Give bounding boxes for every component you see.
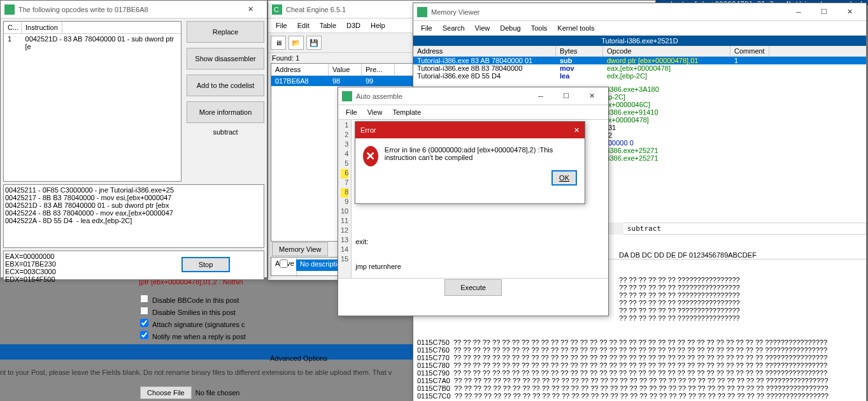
disable-smilies-checkbox[interactable]: [140, 307, 148, 315]
memview-menubar: File Search View Debug Tools Kernel tool…: [413, 21, 866, 36]
close-icon[interactable]: ✕: [574, 126, 580, 135]
disasm-row[interactable]: Tutorial-i386.exe 83 AB 78040000 01 sub …: [413, 57, 866, 64]
memory-view-button[interactable]: Memory View: [272, 242, 328, 256]
ce-icon: C: [272, 4, 282, 15]
opcode-list[interactable]: C... Instruction 1 0042521D - 83 AB 7804…: [3, 21, 181, 182]
attach-sig-label: Attach signature (signatures c: [152, 321, 245, 328]
background-post-options: Disable BBCode in this post Disable Smil…: [140, 292, 246, 343]
minimize-icon[interactable]: ─: [786, 4, 811, 20]
close-icon[interactable]: ✕: [837, 4, 862, 20]
cell-op: lea: [556, 72, 603, 80]
col-value[interactable]: Value: [329, 64, 362, 75]
menu-file[interactable]: File: [341, 106, 362, 118]
close-icon[interactable]: ✕: [238, 2, 263, 17]
disasm-fragments: i386.exe+3A180 p-2C] x+0000046C] i386.ex…: [608, 85, 659, 162]
cell-addr: Tutorial-i386.exe 8B 83 78040000: [413, 64, 556, 72]
col-bytes[interactable]: Bytes: [556, 46, 603, 56]
frag: i386.exe+3A180: [608, 85, 659, 93]
col-prev[interactable]: Pre...: [362, 64, 395, 75]
cell-arg: dword ptr [ebx+00000478],01: [603, 57, 730, 64]
svg-rect-3: [4, 4, 15, 15]
close-icon[interactable]: ✕: [579, 89, 604, 104]
disable-bbcode-checkbox[interactable]: [140, 295, 148, 303]
menu-search[interactable]: Search: [438, 22, 470, 34]
autoa-menubar: File View Template: [338, 105, 608, 120]
error-message: Error in line 6 (00000000:add [ebx+00000…: [385, 146, 577, 166]
component-label[interactable]: subtract: [623, 222, 865, 235]
cell-value: 98: [329, 76, 362, 86]
cell-arg: edx,[ebp-2C]: [603, 72, 730, 80]
svg-rect-4: [342, 91, 352, 101]
error-title: Error: [360, 126, 574, 134]
col-comment[interactable]: Comment: [730, 46, 769, 56]
error-icon: ✕: [363, 146, 378, 166]
menu-view[interactable]: View: [470, 22, 495, 34]
disassembly-pane[interactable]: 00425211 - 0F85 C3000000 - jne Tutorial-…: [3, 184, 264, 248]
maximize-icon[interactable]: ☐: [811, 4, 837, 20]
menu-file[interactable]: File: [271, 20, 292, 31]
frag: i386.exe+25271: [608, 154, 659, 162]
open-process-icon[interactable]: 🖥: [271, 36, 286, 50]
opcodes-window: The following opcodes write to 017BE6A8 …: [0, 0, 267, 278]
list-row[interactable]: 1 0042521D - 83 AB 78040000 01 - sub dwo…: [4, 34, 181, 52]
more-info-button[interactable]: More information: [187, 101, 264, 123]
menu-view[interactable]: View: [362, 106, 388, 118]
disable-bbcode-label: Disable BBCode in this post: [152, 296, 239, 304]
open-file-icon[interactable]: 📂: [288, 36, 304, 50]
cell-address: 017BE6A8: [271, 76, 329, 86]
disasm-header: Address Bytes Opcode Comment: [413, 46, 866, 57]
notify-checkbox[interactable]: [140, 331, 148, 339]
minimize-icon[interactable]: ─: [528, 89, 553, 104]
notify-label: Notify me when a reply is post: [152, 333, 246, 340]
error-dialog: Error ✕ ✕ Error in line 6 (00000000:add …: [355, 121, 585, 204]
menu-debug[interactable]: Debug: [495, 22, 525, 34]
execute-button[interactable]: Execute: [445, 279, 502, 296]
disasm-row[interactable]: Tutorial-i386.exe 8B 83 78040000 mov eax…: [413, 64, 866, 72]
save-icon[interactable]: 💾: [306, 36, 322, 50]
opcodes-title: The following opcodes write to 017BE6A8: [18, 6, 238, 13]
ok-button[interactable]: OK: [551, 170, 577, 186]
frag: i386.exe+91410: [608, 108, 659, 116]
col-instruction[interactable]: Instruction: [22, 22, 62, 33]
background-bluebar: [0, 344, 413, 360]
menu-edit[interactable]: Edit: [292, 20, 315, 31]
frag: p-2C]: [608, 93, 659, 101]
frag: 00000 0: [608, 139, 659, 147]
frag: 31: [608, 124, 659, 131]
cell-comment: 1: [730, 57, 866, 64]
cell-op: mov: [556, 64, 603, 72]
active-checkbox[interactable]: [280, 259, 288, 268]
show-disassembler-button[interactable]: Show disassembler: [187, 48, 264, 69]
disasm-row[interactable]: Tutorial-i386.exe 8D 55 D4 lea edx,[ebp-…: [413, 72, 866, 80]
menu-help[interactable]: Help: [366, 20, 390, 31]
col-address[interactable]: Address: [271, 64, 329, 75]
add-codelist-button[interactable]: Add to the codelist: [187, 75, 264, 96]
disable-smilies-label: Disable Smilies in this post: [152, 309, 236, 316]
replace-button[interactable]: Replace: [187, 21, 264, 43]
attach-sig-checkbox[interactable]: [140, 319, 148, 327]
cell-count: 1: [4, 34, 22, 52]
menu-template[interactable]: Template: [387, 106, 426, 118]
menu-file[interactable]: File: [416, 22, 438, 34]
advanced-options-label: Advanced Options: [270, 354, 327, 362]
ce-icon: [4, 4, 15, 15]
frag: i386.exe+25271: [608, 147, 659, 154]
cell-instruction: 0042521D - 83 AB 78040000 01 - sub dword…: [22, 34, 181, 52]
no-file-label: No file chosen: [196, 389, 240, 397]
opcode-label: subtract: [187, 128, 264, 136]
line-gutter: 123 45 6 789 101112 131415: [338, 120, 352, 278]
choose-file-button[interactable]: Choose File: [140, 386, 192, 399]
cell-arg: eax,[ebx+00000478]: [603, 64, 730, 72]
ce-icon: [417, 7, 427, 17]
cell-addr: Tutorial-i386.exe 8D 55 D4: [413, 72, 556, 80]
col-count[interactable]: C...: [4, 22, 22, 33]
frag: 2: [608, 131, 659, 139]
col-address[interactable]: Address: [413, 46, 556, 56]
menu-table[interactable]: Table: [315, 20, 341, 31]
menu-tools[interactable]: Tools: [526, 22, 553, 34]
menu-kernel[interactable]: Kernel tools: [552, 22, 599, 34]
col-opcode[interactable]: Opcode: [603, 46, 730, 56]
maximize-icon[interactable]: ☐: [553, 89, 579, 104]
menu-d3d[interactable]: D3D: [341, 20, 366, 31]
stop-button[interactable]: Stop: [181, 257, 230, 272]
